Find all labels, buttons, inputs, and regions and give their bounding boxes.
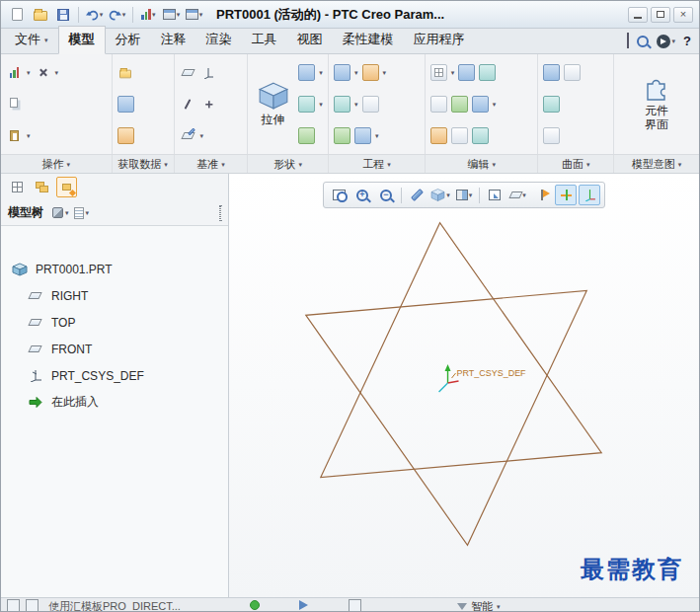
- regenerate-button[interactable]: ▾: [138, 4, 159, 25]
- component-interface-button[interactable]: 元件界面: [640, 75, 673, 134]
- hole-icon[interactable]: [334, 64, 350, 81]
- caret-icon[interactable]: ▾: [27, 132, 31, 139]
- tree-item-insert-here[interactable]: 在此插入: [1, 389, 228, 416]
- tab-applications[interactable]: 应用程序: [404, 27, 475, 53]
- browser-toggle-icon[interactable]: [26, 599, 39, 611]
- delete-icon[interactable]: [35, 64, 51, 81]
- tree-item-front-plane[interactable]: FRONT: [1, 336, 228, 362]
- paste-icon[interactable]: [6, 127, 23, 144]
- boundary-blend-icon[interactable]: [564, 64, 581, 81]
- tree-item-top-plane[interactable]: TOP: [1, 309, 228, 336]
- tab-annotate[interactable]: 注释: [151, 27, 196, 53]
- layer-tree-button[interactable]: [7, 177, 28, 197]
- regenerate-icon[interactable]: [6, 64, 23, 81]
- project-icon[interactable]: [472, 127, 489, 144]
- stop-icon[interactable]: [349, 599, 361, 611]
- revolve-icon[interactable]: [298, 64, 315, 81]
- caret-icon[interactable]: ▾: [354, 69, 358, 76]
- collapse-ribbon-button[interactable]: [627, 35, 629, 48]
- round-icon[interactable]: [362, 64, 379, 81]
- group-label-engineering[interactable]: 工程▾: [328, 155, 425, 173]
- group-label-shapes[interactable]: 形状▾: [247, 155, 328, 173]
- freestyle-icon[interactable]: [543, 127, 560, 144]
- tab-analysis[interactable]: 分析: [106, 27, 151, 53]
- caret-icon[interactable]: ▾: [493, 101, 497, 108]
- tab-render[interactable]: 渲染: [196, 27, 242, 53]
- tab-view[interactable]: 视图: [287, 27, 333, 53]
- datum-csys-icon[interactable]: [200, 64, 217, 81]
- csys-display-button[interactable]: [579, 185, 600, 205]
- mirror-icon[interactable]: [458, 64, 475, 81]
- caret-icon[interactable]: ▾: [27, 69, 31, 76]
- graphics-viewport[interactable]: PRT_CSYS_DEF: [229, 174, 699, 597]
- pattern-icon[interactable]: [430, 64, 447, 81]
- save-button[interactable]: [52, 4, 73, 25]
- close-button[interactable]: ×: [673, 7, 693, 23]
- display-style-button[interactable]: ▾: [429, 185, 451, 205]
- folder-browser-button[interactable]: [32, 177, 52, 197]
- caret-icon[interactable]: ▾: [375, 132, 379, 139]
- spin-center-button[interactable]: [555, 185, 577, 205]
- tree-item-right-plane[interactable]: RIGHT: [1, 282, 228, 309]
- tab-model[interactable]: 模型: [58, 26, 106, 54]
- windows-button[interactable]: ▾: [161, 4, 182, 25]
- refit-button[interactable]: [328, 185, 350, 205]
- style-icon[interactable]: [543, 96, 560, 113]
- blend-icon[interactable]: [298, 127, 315, 144]
- group-label-datum[interactable]: 基准▾: [174, 155, 248, 173]
- image-icon[interactable]: [117, 127, 134, 144]
- chamfer-icon[interactable]: [334, 96, 350, 113]
- caret-icon[interactable]: ▾: [354, 101, 358, 108]
- section-button[interactable]: ▾: [453, 185, 475, 205]
- import-icon[interactable]: [117, 64, 134, 81]
- caret-icon[interactable]: ▾: [319, 101, 323, 108]
- caret-icon[interactable]: ▾: [200, 132, 204, 139]
- tree-expand-button[interactable]: [219, 206, 221, 220]
- annotation-display-button[interactable]: [531, 185, 553, 205]
- caret-icon[interactable]: ▾: [319, 69, 323, 76]
- repaint-button[interactable]: [406, 185, 428, 205]
- command-search-button[interactable]: [637, 36, 649, 47]
- help-button[interactable]: ?: [683, 34, 691, 48]
- rib-icon[interactable]: [354, 127, 371, 144]
- datum-point-icon[interactable]: [200, 96, 217, 113]
- group-label-editing[interactable]: 编辑▾: [425, 155, 538, 173]
- offset-icon[interactable]: [472, 96, 489, 113]
- extrude-button[interactable]: 拉伸: [254, 80, 293, 128]
- tree-filters-button[interactable]: ▾: [74, 207, 90, 219]
- tree-tools-button[interactable]: ▾: [52, 207, 69, 218]
- csys-marker[interactable]: PRT_CSYS_DEF: [439, 364, 527, 392]
- copy-icon[interactable]: [6, 96, 23, 113]
- saved-orientations-button[interactable]: [484, 185, 506, 205]
- favorites-button[interactable]: [56, 177, 77, 197]
- zoom-out-button[interactable]: −: [375, 185, 397, 205]
- zoom-in-button[interactable]: +: [351, 185, 373, 205]
- redo-button[interactable]: ▾: [107, 4, 127, 25]
- sync-button[interactable]: ▾: [657, 35, 676, 48]
- datum-axis-icon[interactable]: [180, 96, 196, 113]
- restore-button[interactable]: [651, 7, 670, 23]
- user-defined-feature-icon[interactable]: [117, 96, 134, 113]
- caret-icon[interactable]: ▾: [55, 69, 59, 76]
- merge-icon[interactable]: [430, 96, 447, 113]
- caret-icon[interactable]: ▾: [383, 69, 387, 76]
- open-file-button[interactable]: [30, 4, 50, 25]
- group-label-get-data[interactable]: 获取数据▾: [112, 155, 174, 173]
- fill-icon[interactable]: [543, 64, 560, 81]
- close-window-button[interactable]: ▾: [184, 4, 204, 25]
- group-label-model-intent[interactable]: 模型意图▾: [613, 155, 699, 173]
- sketch-icon[interactable]: [180, 127, 196, 144]
- selection-filter[interactable]: 智能 ▾: [457, 599, 501, 611]
- caret-icon[interactable]: ▾: [451, 69, 455, 76]
- thicken-icon[interactable]: [430, 127, 447, 144]
- tree-item-csys[interactable]: PRT_CSYS_DEF: [1, 362, 228, 389]
- extend-icon[interactable]: [451, 96, 468, 113]
- navigator-toggle-icon[interactable]: [7, 599, 20, 611]
- undo-button[interactable]: ▾: [84, 4, 105, 25]
- tab-flexible-modeling[interactable]: 柔性建模: [333, 27, 404, 53]
- trim-icon[interactable]: [479, 64, 496, 81]
- solidify-icon[interactable]: [451, 127, 468, 144]
- group-label-operations[interactable]: 操作▾: [1, 155, 112, 173]
- tab-file[interactable]: 文件▾: [5, 27, 58, 53]
- tab-tools[interactable]: 工具: [242, 27, 287, 53]
